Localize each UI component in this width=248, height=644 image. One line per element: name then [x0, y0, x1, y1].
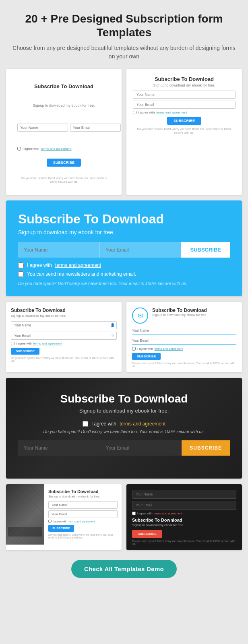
t6-subscribe-button[interactable]: SUBSCRIBE	[182, 440, 230, 456]
t2-agree: I agree with terms and agreement	[133, 111, 236, 114]
t4-title: Subscribe To Download	[11, 308, 117, 313]
t4-subscribe-button[interactable]: SUBSCRIBE	[11, 348, 39, 355]
t7-form: Subscribe To Download Signup to download…	[44, 484, 122, 545]
t4-agree-link[interactable]: terms and agreement	[33, 342, 62, 345]
template-row-2: Subscribe To Download Signup to download…	[6, 200, 242, 296]
template-card-2: Subscribe To Download Signup to download…	[126, 69, 242, 195]
t6-content: Subscribe To Download Signup to download…	[18, 392, 230, 456]
t2-agree-link[interactable]: terms and agreement	[156, 111, 187, 114]
t5-subtitle: Signup to download my ebook for free.	[152, 313, 207, 317]
t8-email-input[interactable]	[132, 501, 236, 510]
t2-agree-checkbox[interactable]	[133, 111, 136, 114]
t7-subscribe-button[interactable]: SUBSCRIBE	[48, 525, 74, 532]
t4-email-wrap: ✉	[11, 331, 117, 340]
t8-agree-text: I agree with	[137, 512, 153, 515]
t8-agree-checkbox[interactable]	[132, 512, 136, 515]
t5-envelope-icon: ✉	[138, 312, 143, 320]
t1-name-input[interactable]	[17, 124, 68, 132]
t4-email-input[interactable]	[11, 332, 117, 340]
t6-name-input[interactable]	[18, 440, 100, 456]
t3-subtitle: Signup to download my ebook for free.	[18, 229, 230, 235]
t1-email-input[interactable]	[70, 124, 121, 132]
t7-name-input[interactable]	[48, 501, 118, 509]
t6-spam-text: Do you hate spam? Don't worry we have th…	[18, 429, 230, 434]
t1-subscribe-button[interactable]: SUBSCRIBE	[47, 159, 81, 167]
t3-name-input[interactable]	[18, 242, 99, 258]
t7-subtitle: Signup to download my ebook for free.	[48, 495, 118, 498]
t3-agree2-checkbox[interactable]	[18, 271, 24, 277]
t6-email-input[interactable]	[100, 440, 182, 456]
template-card-8: I agree with terms and agreement Subscri…	[126, 484, 242, 550]
t5-email-input[interactable]	[132, 337, 236, 345]
template-row-1: Subscribe To Download Signup to download…	[6, 69, 242, 195]
t1-spam-text: Do you hate spam? Don't worry we have th…	[12, 169, 116, 189]
t3-agree2-text: You can send me newsletters and marketin…	[27, 271, 136, 277]
template-row-3: Subscribe To Download Signup to download…	[6, 302, 242, 372]
t3-agree1-checkbox[interactable]	[18, 262, 24, 268]
t3-inputs-row: SUBSCRIBE	[18, 242, 230, 258]
t3-agree1-text: I agree with	[27, 262, 52, 268]
t6-agree-link[interactable]: terms and agreement	[120, 421, 165, 427]
t3-agree2: You can send me newsletters and marketin…	[18, 271, 230, 277]
t3-agree1: I agree with terms and agreement	[18, 262, 230, 268]
t8-name-input[interactable]	[132, 490, 236, 499]
template-2-body: Subscribe To Download Signup to download…	[126, 69, 242, 140]
t2-agree-text: I agree with	[138, 111, 155, 114]
t7-agree-link[interactable]: terms and agreement	[68, 520, 95, 523]
t7-title: Subscribe To Download	[48, 489, 118, 494]
t6-agree-checkbox[interactable]	[83, 421, 88, 427]
t8-subscribe-button[interactable]: SUBSCRIBE	[132, 530, 162, 538]
t1-inputs	[12, 116, 116, 137]
t2-name-input[interactable]	[133, 91, 236, 99]
t4-name-input[interactable]	[11, 321, 117, 329]
cta-section: Check All Templates Demo	[6, 550, 242, 582]
template-card-5: ✉ Subscribe To Download Signup to downlo…	[126, 302, 242, 372]
t5-agree-text: I agree with	[137, 347, 153, 351]
t7-agree-checkbox[interactable]	[48, 520, 52, 523]
t3-subscribe-button[interactable]: SUBSCRIBE	[181, 242, 230, 258]
template-4-body: Subscribe To Download Signup to download…	[6, 302, 122, 367]
t4-agree: I agree with terms and agreement	[11, 342, 117, 345]
t5-name-input[interactable]	[132, 327, 236, 334]
t4-spam-text: Do you hate spam? Don't worry we have th…	[11, 357, 117, 362]
t3-agree1-link[interactable]: terms and agreement	[55, 262, 101, 268]
t5-header-text: Subscribe To Download Signup to download…	[152, 308, 207, 317]
template-6-body: Subscribe To Download Signup to download…	[6, 378, 242, 479]
t8-agree: I agree with terms and agreement	[132, 512, 236, 515]
page-wrapper: 20 + Pre Designed Subscription form Temp…	[0, 0, 248, 594]
template-7-body: Subscribe To Download Signup to download…	[6, 484, 122, 545]
t1-agree-link[interactable]: terms and agreement	[41, 147, 71, 151]
t5-agree-link[interactable]: terms and agreement	[155, 347, 183, 351]
page-subtitle: Choose from any pre designed beautiful t…	[10, 44, 238, 61]
t8-agree-link[interactable]: terms and agreement	[154, 512, 182, 515]
page-title: 20 + Pre Designed Subscription form Temp…	[10, 12, 238, 39]
t3-title: Subscribe To Download	[18, 212, 230, 227]
template-5-body: ✉ Subscribe To Download Signup to downlo…	[126, 302, 242, 372]
template-card-4: Subscribe To Download Signup to download…	[6, 302, 122, 372]
t3-spam-text: Do you hate spam? Don't worry we have th…	[18, 281, 230, 286]
check-all-templates-button[interactable]: Check All Templates Demo	[71, 560, 177, 578]
template-card-6: Subscribe To Download Signup to download…	[6, 378, 242, 479]
t5-subscribe-button[interactable]: SUBSCRIBE	[132, 353, 161, 360]
t7-keyboard-decoration	[8, 524, 42, 537]
t7-email-input[interactable]	[48, 510, 118, 518]
t4-email-icon: ✉	[112, 334, 115, 338]
t4-user-icon: 👤	[110, 323, 115, 327]
templates-section: Subscribe To Download Signup to download…	[6, 69, 242, 550]
t4-agree-text: I agree with	[16, 342, 32, 345]
t2-title: Subscribe To Download	[133, 76, 236, 82]
t4-subtitle: Signup to download my ebook for free.	[11, 314, 117, 318]
t5-agree-checkbox[interactable]	[132, 347, 136, 351]
t2-subtitle: Signup to download my ebook for free.	[133, 83, 236, 87]
t7-agree-text: I agree with	[53, 520, 67, 523]
t7-photo	[6, 484, 44, 545]
t3-email-input[interactable]	[99, 242, 181, 258]
template-3-body: Subscribe To Download Signup to download…	[6, 200, 242, 296]
t2-subscribe-button[interactable]: SUBSCRIBE	[167, 117, 201, 125]
t2-email-input[interactable]	[133, 101, 236, 109]
t1-agree-checkbox[interactable]	[17, 147, 21, 151]
t1-agree-text: I agree with	[23, 147, 39, 151]
template-card-7: Subscribe To Download Signup to download…	[6, 484, 122, 550]
t4-agree-checkbox[interactable]	[11, 342, 14, 345]
t4-name-wrap: 👤	[11, 321, 117, 329]
